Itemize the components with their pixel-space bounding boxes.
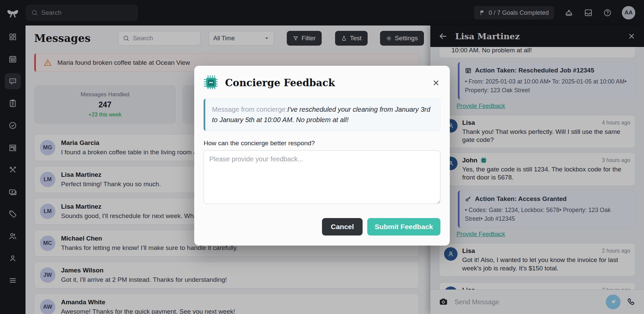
feedback-question-label: How can the concierge better respond? bbox=[204, 140, 440, 147]
concierge-message-quote: Message from concierge:I've rescheduled … bbox=[204, 99, 440, 131]
ai-chip-icon bbox=[204, 75, 219, 91]
quote-label: Message from concierge: bbox=[212, 106, 287, 113]
modal-title: Concierge Feedback bbox=[225, 77, 335, 89]
concierge-feedback-modal: Concierge Feedback Message from concierg… bbox=[194, 66, 450, 246]
cancel-button[interactable]: Cancel bbox=[322, 218, 363, 235]
close-modal-icon[interactable] bbox=[432, 78, 440, 87]
feedback-textarea[interactable] bbox=[204, 150, 440, 204]
submit-feedback-button[interactable]: Submit Feedback bbox=[367, 218, 440, 235]
